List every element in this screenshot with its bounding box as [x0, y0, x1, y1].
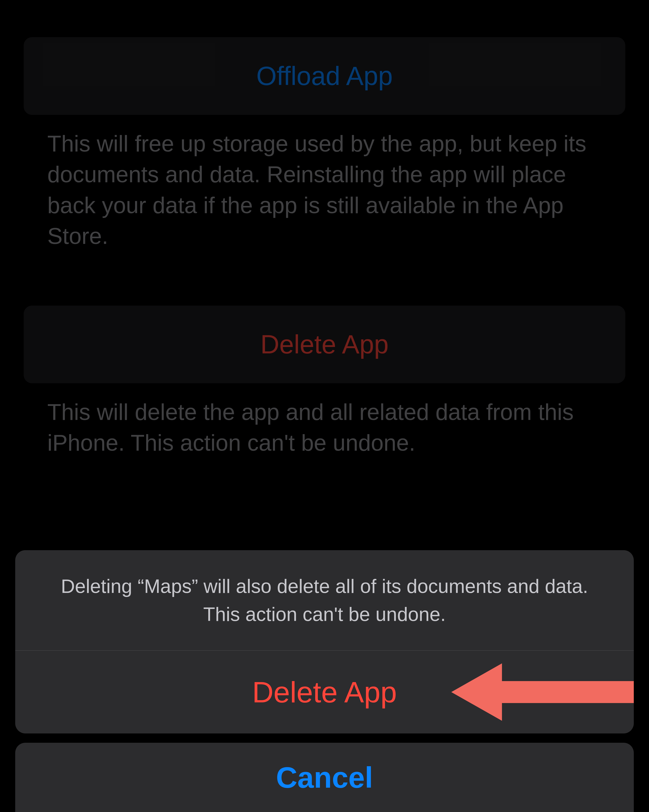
offload-app-button[interactable]: Offload App	[24, 37, 625, 115]
offload-app-label: Offload App	[256, 61, 393, 91]
delete-app-label: Delete App	[260, 330, 389, 359]
offload-app-description: This will free up storage used by the ap…	[47, 128, 618, 252]
action-sheet-cancel-label: Cancel	[276, 760, 373, 794]
action-sheet-delete-button[interactable]: Delete App	[15, 651, 634, 733]
action-sheet-message: Deleting “Maps” will also delete all of …	[15, 550, 634, 650]
action-sheet-cancel-button[interactable]: Cancel	[15, 743, 634, 812]
action-sheet-main-group: Deleting “Maps” will also delete all of …	[15, 550, 634, 734]
action-sheet-delete-label: Delete App	[252, 675, 397, 709]
delete-app-description: This will delete the app and all related…	[47, 397, 618, 458]
action-sheet: Deleting “Maps” will also delete all of …	[0, 550, 649, 812]
delete-app-button[interactable]: Delete App	[24, 305, 625, 383]
svg-marker-0	[451, 663, 634, 721]
arrow-annotation-icon	[451, 660, 634, 724]
